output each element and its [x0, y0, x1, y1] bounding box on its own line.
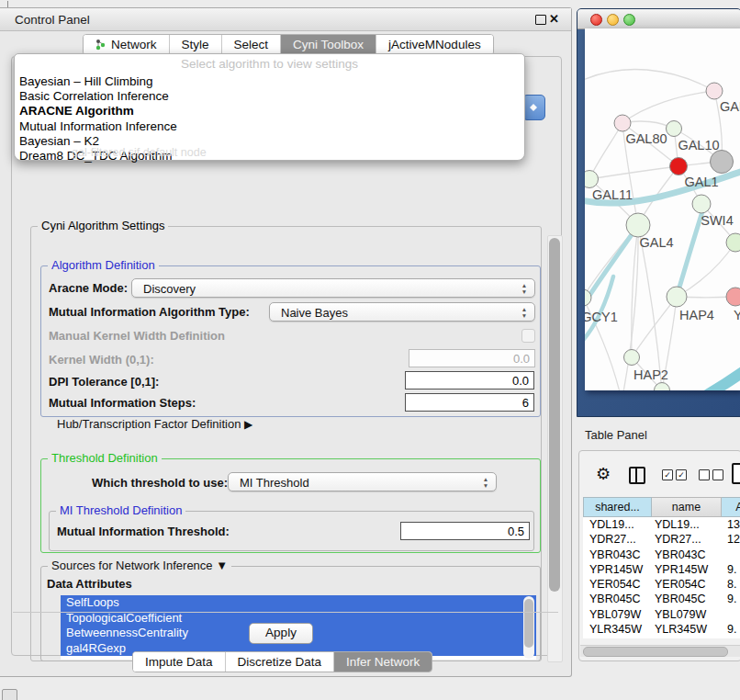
combo-stepper-icon[interactable]: ▲▼	[521, 282, 528, 296]
deselect-all-columns-icon[interactable]	[699, 469, 723, 480]
list-scrollbar-thumb[interactable]	[524, 599, 533, 648]
column-header-3[interactable]: A	[722, 497, 740, 517]
network-node-gal4[interactable]	[626, 213, 650, 237]
manual-kernel-checkbox[interactable]	[521, 329, 535, 343]
which-threshold-select[interactable]: MI Threshold ▲▼	[228, 472, 497, 491]
table-cell: YBR045C	[652, 592, 722, 606]
tab-jactivemnodules[interactable]: jActiveMNodules	[376, 35, 493, 54]
network-edge[interactable]	[623, 225, 638, 390]
combo-stepper-icon[interactable]: ▲▼	[521, 306, 528, 320]
control-panel-tabs: NetworkStyleSelectCyni ToolboxjActiveMNo…	[83, 34, 494, 55]
dropdown-option[interactable]: ARACNE Algorithm	[15, 104, 524, 119]
settings-scrollbar-thumb[interactable]	[549, 238, 560, 592]
tab-infer-network[interactable]: Infer Network	[334, 652, 432, 672]
network-node-hap4[interactable]	[667, 287, 687, 307]
network-node-swi4[interactable]	[692, 195, 711, 213]
close-traffic-light-icon[interactable]	[590, 14, 602, 26]
network-edge[interactable]	[638, 225, 662, 390]
expanded-arrow-icon[interactable]: ▼	[216, 559, 228, 572]
table-row[interactable]: YLR345WYLR345W9.	[583, 622, 740, 637]
collapsed-arrow-icon[interactable]: ▶	[244, 418, 252, 431]
table-row[interactable]: YER054CYER054C8.	[583, 577, 740, 592]
network-window-titlebar[interactable]	[577, 9, 740, 29]
network-node-gal1[interactable]	[670, 158, 688, 175]
dropdown-option[interactable]: Bayesian – Hill Climbing	[15, 74, 524, 89]
tab-cyni-toolbox[interactable]: Cyni Toolbox	[281, 35, 376, 54]
tab-impute-data[interactable]: Impute Data	[133, 652, 226, 672]
combo-stepper-icon[interactable]	[522, 95, 545, 120]
control-panel-titlebar[interactable]: Control Panel ✕	[0, 8, 571, 31]
mi-steps-field[interactable]: 6	[405, 393, 534, 412]
mi-threshold-field[interactable]: 0.5	[400, 522, 530, 540]
table-cell: YLR345W	[583, 622, 652, 637]
dropdown-placeholder: Select algorithm to view settings	[15, 57, 524, 71]
group-title: Algorithm Definition	[48, 258, 159, 272]
column-header-2[interactable]: name	[652, 497, 722, 517]
algorithm-dropdown-popup: Select algorithm to view settings Bayesi…	[14, 53, 525, 161]
select-all-columns-icon[interactable]: ✓✓	[662, 469, 687, 480]
table-row[interactable]: YBR045CYBR045C9.	[583, 592, 740, 606]
network-node-gal80[interactable]	[614, 115, 631, 131]
column-header-1[interactable]: shared...	[583, 497, 652, 517]
network-graph[interactable]: GALGAL80GAL10GAL1GAL11SWI4GAL4GCY1HAP4YH…	[585, 28, 740, 390]
table-row[interactable]: YBL079WYBL079W	[583, 607, 740, 622]
network-edge[interactable]	[589, 166, 678, 179]
attribute-item[interactable]: SelfLoops	[61, 595, 536, 611]
table-cell: YPR145W	[583, 562, 652, 577]
dropdown-option[interactable]: Basic Correlation Inference	[15, 89, 524, 104]
zoom-traffic-light-icon[interactable]	[623, 14, 635, 26]
new-table-icon[interactable]	[732, 463, 740, 484]
collapsed-panel-icon[interactable]	[2, 689, 17, 700]
dropdown-option[interactable]: Mutual Information Inference	[15, 119, 524, 134]
columns-icon[interactable]	[629, 467, 645, 484]
table-row[interactable]: YIL052CYIL052C9.	[583, 637, 740, 638]
table-hscrollbar-thumb[interactable]	[583, 647, 728, 657]
table-cell: 8.	[722, 577, 740, 592]
table-cell: 9.	[722, 592, 740, 606]
network-node-y[interactable]	[726, 288, 740, 306]
aracne-mode-select[interactable]: Discovery ▲▼	[131, 278, 535, 298]
dpi-tolerance-field[interactable]: 0.0	[405, 371, 534, 390]
network-edge[interactable]	[585, 70, 714, 91]
tab-select[interactable]: Select	[222, 35, 282, 54]
network-edge-highlighted[interactable]	[702, 363, 740, 390]
network-edge[interactable]	[632, 297, 677, 357]
network-edge[interactable]	[622, 91, 714, 123]
network-node-label: GAL80	[625, 131, 667, 146]
table-row[interactable]: YPR145WYPR145W9.	[583, 562, 740, 577]
network-node-hap2[interactable]	[624, 350, 640, 366]
network-edge[interactable]	[589, 123, 622, 179]
gear-icon[interactable]: ⚙	[596, 464, 611, 484]
kernel-width-label: Kernel Width (0,1):	[49, 353, 154, 367]
table-row[interactable]: YDL19...YDL19...13	[583, 517, 740, 532]
network-edge-highlighted[interactable]	[585, 225, 638, 315]
table-panel-title: Table Panel	[585, 428, 647, 442]
divider	[7, 1, 8, 7]
network-canvas[interactable]: GALGAL80GAL10GAL1GAL11SWI4GAL4GCY1HAP4YH…	[585, 28, 740, 390]
float-window-icon[interactable]	[535, 15, 546, 25]
table-cell: 13	[722, 517, 740, 532]
tab-network[interactable]: Network	[84, 35, 170, 54]
network-node-label: GAL4	[639, 235, 673, 250]
hub-definition-toggle[interactable]: Hub/Transcription Factor Definition ▶	[57, 417, 252, 431]
network-node-unlabeled[interactable]	[726, 233, 740, 252]
group-title: Cyni Algorithm Settings	[38, 219, 168, 232]
mi-algorithm-type-select[interactable]: Naive Bayes ▲▼	[269, 302, 535, 322]
table-row[interactable]: YDR27...YDR27...12	[583, 532, 740, 547]
minimize-traffic-light-icon[interactable]	[607, 14, 619, 26]
network-edge[interactable]	[632, 225, 638, 357]
manual-kernel-label: Manual Kernel Width Definition	[49, 329, 225, 343]
tab-style[interactable]: Style	[170, 35, 222, 54]
network-node-unlabeled[interactable]	[711, 151, 734, 174]
apply-button[interactable]: Apply	[249, 623, 313, 644]
mi-steps-label: Mutual Information Steps:	[49, 396, 196, 410]
network-node-gal10[interactable]	[667, 121, 682, 137]
data-attributes-label: Data Attributes	[47, 577, 132, 591]
network-node-gal[interactable]	[706, 83, 723, 99]
tab-discretize-data[interactable]: Discretize Data	[226, 652, 335, 672]
network-node-gal11[interactable]	[585, 171, 599, 188]
combo-stepper-icon[interactable]: ▲▼	[482, 476, 489, 490]
table-row[interactable]: YBR043CYBR043C	[583, 548, 740, 562]
close-icon[interactable]: ✕	[549, 12, 559, 26]
kernel-width-field[interactable]: 0.0	[409, 349, 535, 367]
